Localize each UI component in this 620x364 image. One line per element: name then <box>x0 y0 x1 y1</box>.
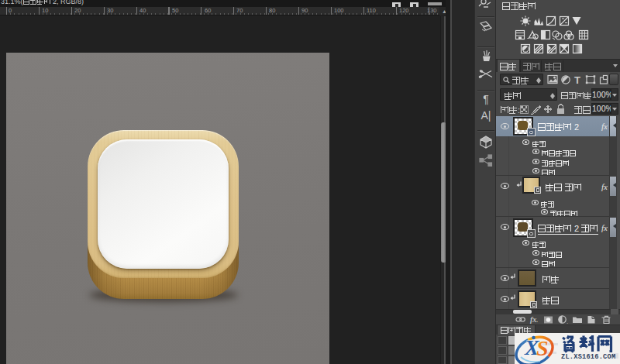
svg-text:S: S <box>536 336 549 360</box>
svg-text:T: T <box>574 74 580 85</box>
svg-text:ZL.XS1616.COM: ZL.XS1616.COM <box>561 353 615 361</box>
svg-text:.: . <box>567 318 568 325</box>
svg-text:fx.: fx. <box>530 315 538 324</box>
